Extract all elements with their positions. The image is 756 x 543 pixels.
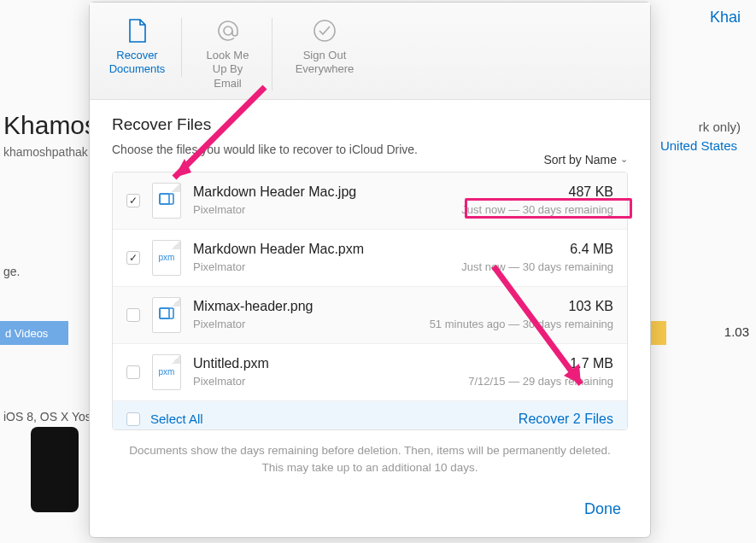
footnote: Documents show the days remaining before… [112, 442, 628, 477]
bg-account-name: Khamos [3, 111, 97, 140]
file-row[interactable]: Mixmax-header.png Pixelmator 103 KB 51 m… [113, 287, 627, 344]
file-row[interactable]: pxm Markdown Header Mac.pxm Pixelmator 6… [113, 230, 627, 287]
file-size: 6.4 MB [461, 242, 613, 257]
recover-files-button[interactable]: Recover 2 Files [519, 412, 613, 427]
bg-country-link[interactable]: United States [660, 138, 737, 153]
action-row: Select All Recover 2 Files [113, 401, 627, 430]
select-all-checkbox[interactable] [126, 412, 140, 426]
file-checkbox[interactable] [126, 308, 140, 322]
file-name: Untitled.pxm [193, 356, 456, 371]
header-row: Choose the files you would like to recov… [112, 143, 628, 166]
bg-ios-text: iOS 8, OS X Yos [3, 410, 91, 423]
modal-content: Recover Files Choose the files you would… [90, 100, 650, 485]
bg-topright-link[interactable]: Khai [710, 9, 741, 26]
footnote-line2: This may take up to an additional 10 day… [112, 459, 628, 476]
svg-point-1 [314, 20, 335, 41]
bg-yellow-bar [651, 321, 666, 345]
done-button[interactable]: Done [577, 497, 628, 522]
file-name: Markdown Header Mac.pxm [193, 242, 449, 257]
file-app: Pixelmator [193, 318, 418, 330]
at-sign-icon [214, 18, 243, 44]
file-checkbox[interactable] [126, 251, 140, 265]
file-thumbnail [152, 297, 181, 333]
svg-point-0 [224, 26, 232, 35]
file-list: Markdown Header Mac.jpg Pixelmator 487 K… [112, 172, 628, 430]
tab-look-me-up[interactable]: Look Me Up By Email [196, 18, 273, 90]
modal-footer: Done [90, 485, 650, 537]
pxm-file-icon: pxm [159, 253, 175, 262]
tab-signout-label: Sign Out Everywhere [290, 49, 360, 77]
sort-dropdown[interactable]: Sort by Name ⌄ [543, 153, 628, 166]
file-thumbnail: pxm [152, 240, 181, 276]
file-checkbox[interactable] [126, 194, 140, 207]
file-time-remaining: 7/12/15 — 29 days remaining [468, 375, 613, 388]
file-checkbox[interactable] [126, 365, 140, 379]
document-icon [123, 18, 152, 44]
bg-rkonly-label: rk only) [699, 120, 741, 134]
recover-files-title: Recover Files [112, 115, 628, 134]
file-size: 1.7 MB [468, 356, 613, 371]
file-thumbnail [152, 183, 181, 219]
file-row[interactable]: Markdown Header Mac.jpg Pixelmator 487 K… [113, 172, 627, 230]
file-name: Markdown Header Mac.jpg [193, 184, 449, 200]
footnote-line1: Documents show the days remaining before… [112, 442, 628, 459]
bg-phone-image [31, 427, 79, 512]
file-size: 487 KB [461, 184, 613, 200]
select-all-label: Select All [150, 412, 203, 426]
file-time-remaining: Just now — 30 days remaining [461, 260, 613, 273]
tab-sign-out[interactable]: Sign Out Everywhere [286, 18, 363, 77]
tab-recover-label: Recover Documents [108, 49, 166, 77]
svg-rect-3 [160, 194, 169, 204]
checkmark-circle-icon [310, 18, 339, 44]
select-all-control[interactable]: Select All [126, 412, 203, 426]
file-app: Pixelmator [193, 375, 456, 388]
svg-rect-2 [160, 194, 173, 204]
file-time-remaining: Just now — 30 days remaining [461, 203, 613, 216]
tab-bar: Recover Documents Look Me Up By Email Si… [90, 3, 650, 100]
sort-label: Sort by Name [543, 153, 617, 166]
file-app: Pixelmator [193, 203, 449, 216]
file-size: 103 KB [430, 299, 613, 314]
bg-account-email: khamoshpathak [3, 145, 88, 159]
file-time-remaining: 51 minutes ago — 30 days remaining [430, 318, 613, 330]
recover-files-modal: Recover Documents Look Me Up By Email Si… [89, 2, 651, 538]
file-thumbnail: pxm [152, 354, 181, 390]
tab-recover-documents[interactable]: Recover Documents [105, 18, 182, 77]
tab-lookup-label: Look Me Up By Email [199, 49, 256, 90]
image-file-icon [159, 193, 174, 207]
pxm-file-icon: pxm [159, 367, 175, 377]
recover-subtitle: Choose the files you would like to recov… [112, 143, 418, 156]
chevron-down-icon: ⌄ [620, 154, 628, 165]
bg-videos-bar: d Videos [0, 321, 68, 345]
bg-ge-text: ge. [3, 265, 20, 278]
svg-rect-4 [160, 308, 173, 318]
image-file-icon [159, 307, 174, 322]
file-app: Pixelmator [193, 260, 449, 273]
file-row[interactable]: pxm Untitled.pxm Pixelmator 1.7 MB 7/12/… [113, 344, 627, 401]
bg-number: 1.03 [724, 324, 749, 339]
svg-rect-5 [160, 308, 169, 318]
file-name: Mixmax-header.png [193, 299, 418, 314]
